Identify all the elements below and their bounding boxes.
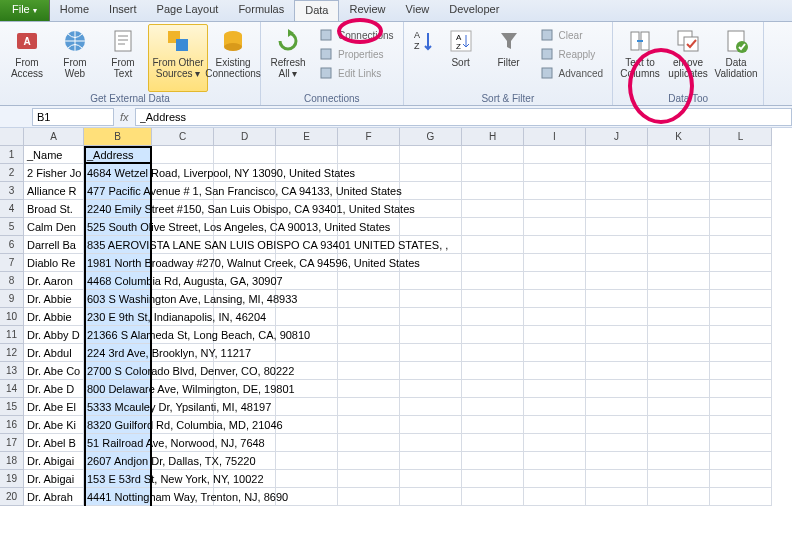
cell[interactable]	[276, 434, 338, 452]
cell[interactable]: Dr. Abby D	[24, 326, 84, 344]
cell[interactable]	[710, 488, 772, 506]
cell[interactable]	[710, 308, 772, 326]
tab-insert[interactable]: Insert	[99, 0, 147, 21]
row-header[interactable]: 11	[0, 326, 24, 344]
cell[interactable]: Dr. Abel B	[24, 434, 84, 452]
cell[interactable]	[400, 470, 462, 488]
row-header[interactable]: 8	[0, 272, 24, 290]
cell[interactable]	[276, 452, 338, 470]
cell[interactable]	[710, 200, 772, 218]
from-text-button[interactable]: From Text	[100, 24, 146, 92]
cell[interactable]	[586, 398, 648, 416]
cell[interactable]	[462, 200, 524, 218]
cell[interactable]	[462, 488, 524, 506]
cell[interactable]	[586, 290, 648, 308]
row-header[interactable]: 19	[0, 470, 24, 488]
cell[interactable]	[338, 326, 400, 344]
cell[interactable]	[276, 146, 338, 164]
data-validation-button[interactable]: Data Validation	[713, 24, 759, 92]
cell[interactable]: Dr. Abbie	[24, 290, 84, 308]
cell[interactable]: 2607 Andjon Dr, Dallas, TX, 75220	[84, 452, 152, 470]
cell[interactable]	[524, 434, 586, 452]
cell[interactable]	[524, 452, 586, 470]
cell[interactable]	[524, 326, 586, 344]
cell[interactable]	[586, 416, 648, 434]
cell[interactable]	[462, 218, 524, 236]
cell[interactable]	[462, 470, 524, 488]
cell[interactable]	[524, 344, 586, 362]
cell[interactable]	[648, 164, 710, 182]
cell[interactable]: 477 Pacific Avenue # 1, San Francisco, C…	[84, 182, 152, 200]
cell[interactable]	[338, 362, 400, 380]
cell[interactable]: Darrell Ba	[24, 236, 84, 254]
cell[interactable]	[152, 146, 214, 164]
cell[interactable]	[648, 236, 710, 254]
tab-data[interactable]: Data	[294, 0, 339, 21]
cell[interactable]	[400, 326, 462, 344]
formula-input[interactable]	[135, 108, 792, 126]
cell[interactable]: 2700 S Colorado Blvd, Denver, CO, 80222	[84, 362, 152, 380]
cell[interactable]	[276, 308, 338, 326]
cell[interactable]	[586, 488, 648, 506]
cell[interactable]	[462, 434, 524, 452]
cell[interactable]	[524, 470, 586, 488]
cell[interactable]	[586, 452, 648, 470]
cell[interactable]	[586, 344, 648, 362]
cell[interactable]	[648, 146, 710, 164]
row-header[interactable]: 14	[0, 380, 24, 398]
row-header[interactable]: 13	[0, 362, 24, 380]
cell[interactable]	[710, 362, 772, 380]
column-header-H[interactable]: H	[462, 128, 524, 146]
cell[interactable]: Dr. Abdul	[24, 344, 84, 362]
row-header[interactable]: 20	[0, 488, 24, 506]
tab-formulas[interactable]: Formulas	[228, 0, 294, 21]
cell[interactable]	[338, 434, 400, 452]
cell[interactable]: Calm Den	[24, 218, 84, 236]
cell[interactable]	[648, 326, 710, 344]
cell[interactable]	[648, 254, 710, 272]
cell[interactable]	[524, 164, 586, 182]
cell[interactable]	[524, 146, 586, 164]
cell[interactable]	[524, 488, 586, 506]
column-header-B[interactable]: B	[84, 128, 152, 146]
cell[interactable]: Dr. Abigai	[24, 452, 84, 470]
row-header[interactable]: 7	[0, 254, 24, 272]
tab-view[interactable]: View	[396, 0, 440, 21]
advanced-button[interactable]: Advanced	[536, 64, 606, 82]
cell[interactable]	[400, 452, 462, 470]
tab-developer[interactable]: Developer	[439, 0, 509, 21]
cell[interactable]	[710, 272, 772, 290]
cell[interactable]: 603 S Washington Ave, Lansing, MI, 48933	[84, 290, 152, 308]
cell[interactable]	[276, 416, 338, 434]
cell[interactable]	[462, 308, 524, 326]
cell[interactable]	[524, 362, 586, 380]
cell[interactable]	[648, 290, 710, 308]
cell[interactable]	[524, 380, 586, 398]
cell[interactable]	[400, 146, 462, 164]
row-header[interactable]: 2	[0, 164, 24, 182]
cell[interactable]	[400, 434, 462, 452]
cell[interactable]	[710, 434, 772, 452]
sort-button[interactable]: AZSort	[438, 24, 484, 92]
cell[interactable]	[276, 398, 338, 416]
cell[interactable]	[710, 164, 772, 182]
cell[interactable]	[400, 308, 462, 326]
cell[interactable]	[586, 380, 648, 398]
fx-icon[interactable]: fx	[120, 111, 129, 123]
cell[interactable]	[524, 416, 586, 434]
column-header-F[interactable]: F	[338, 128, 400, 146]
column-header-C[interactable]: C	[152, 128, 214, 146]
cell[interactable]	[462, 254, 524, 272]
cell[interactable]	[586, 200, 648, 218]
cell[interactable]: 8320 Guilford Rd, Columbia, MD, 21046	[84, 416, 152, 434]
column-header-I[interactable]: I	[524, 128, 586, 146]
cell[interactable]	[586, 272, 648, 290]
cell[interactable]	[338, 344, 400, 362]
cell[interactable]	[710, 182, 772, 200]
row-header[interactable]: 17	[0, 434, 24, 452]
cell[interactable]: Dr. Abe El	[24, 398, 84, 416]
row-header[interactable]: 6	[0, 236, 24, 254]
cell[interactable]	[338, 308, 400, 326]
cell[interactable]	[400, 272, 462, 290]
cell[interactable]: Broad St.	[24, 200, 84, 218]
